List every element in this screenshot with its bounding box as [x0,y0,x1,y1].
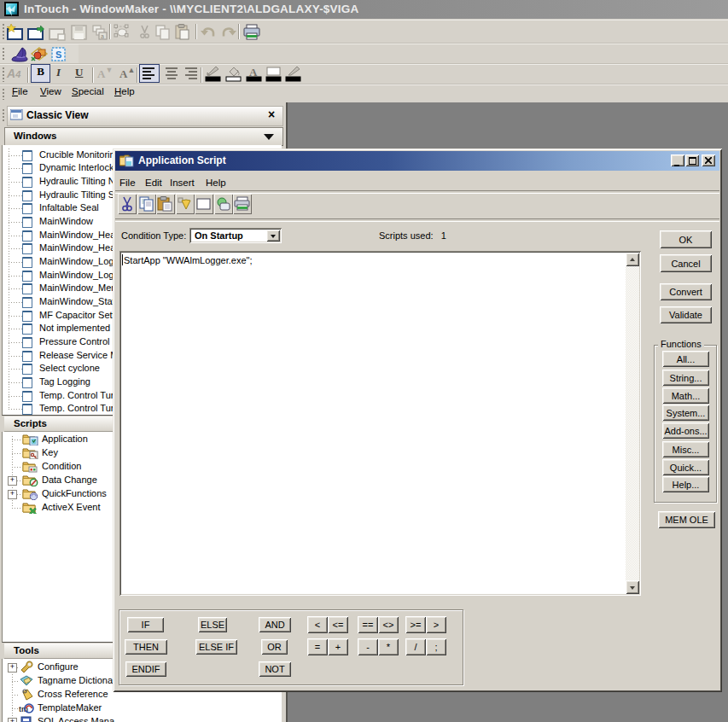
svg-text:S: S [55,49,61,60]
svg-text:a: a [101,33,104,39]
